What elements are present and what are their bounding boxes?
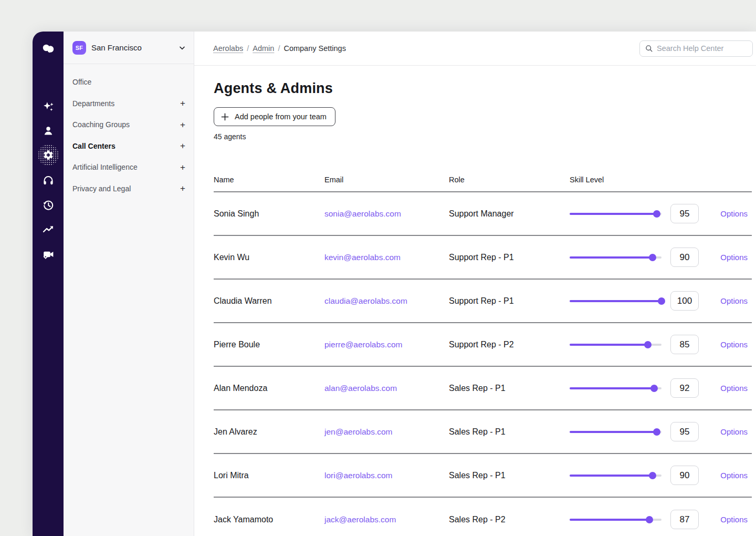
- options-link[interactable]: Options: [720, 340, 748, 349]
- skill-slider[interactable]: [570, 254, 662, 261]
- agent-role: Support Rep - P1: [449, 296, 570, 306]
- settings-gear-icon[interactable]: [38, 145, 59, 166]
- skill-value-box[interactable]: 87: [670, 510, 699, 529]
- chevron-down-icon[interactable]: [178, 44, 186, 52]
- skill-slider[interactable]: [570, 385, 662, 392]
- skill-value-box[interactable]: 85: [670, 335, 699, 354]
- topbar: Aerolabs / Admin / Company Settings: [194, 32, 756, 66]
- slider-fill: [570, 213, 657, 215]
- sidebar-item-coaching-groups[interactable]: Coaching Groups +: [64, 114, 194, 136]
- slider-thumb[interactable]: [653, 428, 660, 436]
- agent-email-link[interactable]: jack@aerolabs.com: [324, 515, 396, 524]
- breadcrumb-separator: /: [247, 44, 249, 53]
- dialpad-logo-icon[interactable]: [41, 42, 56, 56]
- contacts-person-icon[interactable]: [41, 123, 56, 138]
- agent-name: Jen Alvarez: [214, 427, 324, 437]
- plus-icon: [221, 113, 229, 121]
- options-link[interactable]: Options: [720, 515, 748, 524]
- skill-value-box[interactable]: 92: [670, 378, 699, 398]
- meetings-camera-icon[interactable]: [41, 247, 56, 262]
- slider-thumb[interactable]: [653, 210, 660, 218]
- breadcrumb-separator: /: [278, 44, 280, 53]
- agent-email-link[interactable]: pierre@aerolabs.com: [324, 340, 402, 349]
- sidebar-item-privacy-and-legal[interactable]: Privacy and Legal +: [64, 178, 194, 200]
- agent-name: Claudia Warren: [214, 296, 324, 306]
- slider-fill: [570, 256, 653, 259]
- workspace-selector[interactable]: SF San Francisco: [64, 32, 194, 64]
- agent-role: Sales Rep - P1: [449, 471, 570, 480]
- table-body: Sonia Singh sonia@aerolabs.com Support M…: [214, 192, 752, 536]
- skill-slider[interactable]: [570, 341, 662, 348]
- agent-role: Support Rep - P2: [449, 340, 570, 349]
- slider-thumb[interactable]: [649, 472, 656, 479]
- skill-value-box[interactable]: 95: [670, 422, 699, 441]
- plus-icon[interactable]: +: [180, 99, 185, 108]
- options-link[interactable]: Options: [720, 253, 748, 262]
- plus-icon[interactable]: +: [180, 141, 185, 150]
- analytics-trend-icon[interactable]: [41, 222, 56, 237]
- agent-email-link[interactable]: alan@aerolabs.com: [324, 384, 397, 393]
- options-link[interactable]: Options: [720, 471, 748, 480]
- history-clock-icon[interactable]: [41, 198, 56, 212]
- skill-value-box[interactable]: 100: [670, 291, 699, 311]
- options-link[interactable]: Options: [720, 296, 748, 305]
- skill-slider[interactable]: [570, 516, 662, 523]
- sidebar-item-departments[interactable]: Departments +: [64, 93, 194, 115]
- sidebar-item-label: Privacy and Legal: [72, 184, 180, 193]
- skill-slider[interactable]: [570, 472, 662, 479]
- agent-email-link[interactable]: jen@aerolabs.com: [324, 427, 392, 436]
- icon-rail: [33, 32, 64, 536]
- agent-role: Sales Rep - P1: [449, 427, 570, 437]
- table-row: Claudia Warren claudia@aerolabs.com Supp…: [214, 280, 752, 323]
- sidebar-item-call-centers[interactable]: Call Centers +: [64, 136, 194, 157]
- page-content: Agents & Admins Add people from your tea…: [194, 66, 756, 536]
- skill-value-box[interactable]: 90: [670, 248, 699, 267]
- agent-email-link[interactable]: lori@aerolabs.com: [324, 471, 392, 480]
- agent-name: Kevin Wu: [214, 253, 324, 262]
- settings-sidebar: SF San Francisco Office Departments + Co…: [64, 32, 194, 536]
- sidebar-item-label: Departments: [72, 99, 180, 108]
- workspace-name: San Francisco: [91, 43, 178, 52]
- search-input[interactable]: [657, 44, 748, 53]
- slider-thumb[interactable]: [646, 516, 653, 523]
- slider-thumb[interactable]: [649, 254, 656, 261]
- options-link[interactable]: Options: [720, 384, 748, 393]
- plus-icon[interactable]: +: [180, 120, 185, 129]
- agent-count: 45 agents: [214, 132, 752, 141]
- main-panel: Aerolabs / Admin / Company Settings Agen…: [194, 32, 756, 536]
- breadcrumb-link-aerolabs[interactable]: Aerolabs: [213, 44, 243, 53]
- agent-name: Lori Mitra: [214, 471, 324, 480]
- skill-slider[interactable]: [570, 297, 662, 305]
- agent-email-link[interactable]: claudia@aerolabs.com: [324, 296, 407, 305]
- skill-value-box[interactable]: 95: [670, 204, 699, 223]
- skill-slider[interactable]: [570, 210, 662, 218]
- table-row: Sonia Singh sonia@aerolabs.com Support M…: [214, 192, 752, 236]
- agent-email-link[interactable]: sonia@aerolabs.com: [324, 209, 401, 218]
- sidebar-item-artificial-intelligence[interactable]: Artificial Intelligence +: [64, 157, 194, 178]
- page-title: Agents & Admins: [214, 80, 752, 97]
- skill-value-box[interactable]: 90: [670, 466, 699, 485]
- options-link[interactable]: Options: [720, 427, 748, 436]
- table-row: Jen Alvarez jen@aerolabs.com Sales Rep -…: [214, 410, 752, 454]
- slider-thumb[interactable]: [644, 341, 652, 348]
- support-headset-icon[interactable]: [41, 173, 56, 188]
- options-link[interactable]: Options: [720, 209, 748, 218]
- table-header: Name Email Role Skill Level: [214, 176, 752, 192]
- slider-fill: [570, 387, 654, 389]
- skill-slider[interactable]: [570, 428, 662, 436]
- agent-role: Sales Rep - P1: [449, 384, 570, 393]
- breadcrumb-current: Company Settings: [284, 44, 345, 53]
- slider-thumb[interactable]: [658, 297, 665, 305]
- breadcrumb-link-admin[interactable]: Admin: [253, 44, 274, 53]
- slider-thumb[interactable]: [650, 385, 658, 392]
- ai-sparkles-icon[interactable]: [41, 100, 56, 115]
- plus-icon[interactable]: +: [180, 163, 185, 172]
- agent-role: Sales Rep - P2: [449, 515, 570, 524]
- sidebar-item-office[interactable]: Office: [64, 71, 194, 93]
- help-search[interactable]: [639, 40, 753, 57]
- table-row: Kevin Wu kevin@aerolabs.com Support Rep …: [214, 236, 752, 280]
- add-people-button[interactable]: Add people from your team: [214, 107, 335, 126]
- breadcrumb: Aerolabs / Admin / Company Settings: [213, 44, 346, 53]
- plus-icon[interactable]: +: [180, 184, 185, 193]
- agent-email-link[interactable]: kevin@aerolabs.com: [324, 253, 401, 262]
